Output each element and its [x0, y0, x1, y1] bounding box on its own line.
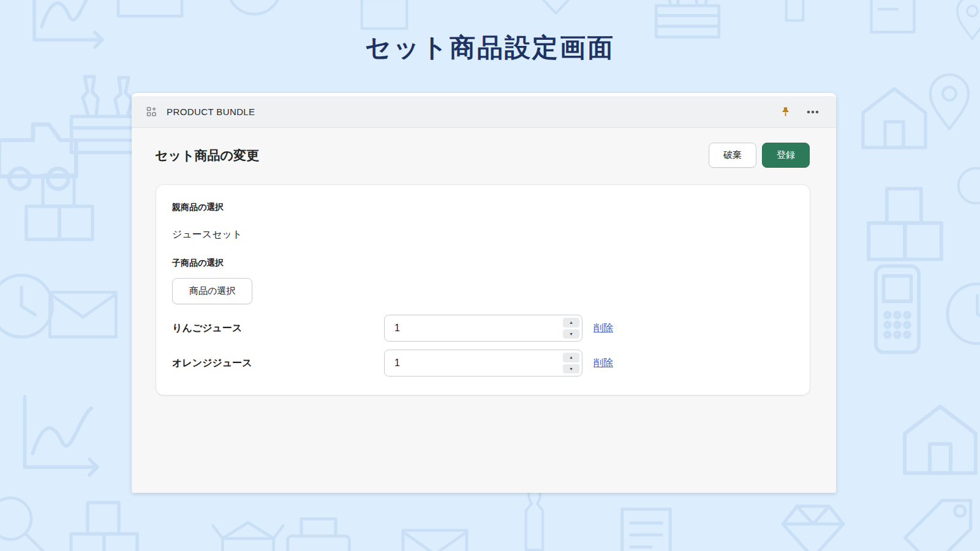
chevron-up-icon[interactable]: ▲: [563, 353, 579, 362]
bg-printer-icon: [276, 505, 361, 551]
apps-plus-icon: [146, 107, 157, 117]
bg-terminal-icon: [848, 260, 946, 358]
bg-bottle-icon: [499, 487, 570, 551]
bg-clock-icon: [936, 272, 980, 355]
child-product-label: 子商品の選択: [172, 258, 794, 269]
bg-envelope-icon: [42, 272, 124, 355]
pushpin-icon[interactable]: [779, 105, 792, 119]
window-header: PRODUCT BUNDLE: [132, 96, 836, 128]
product-row: オレンジジュース ▲ ▼ 削除: [172, 350, 794, 377]
product-row: りんごジュース ▲ ▼ 削除: [172, 315, 794, 342]
bg-location-pin-icon: [913, 64, 980, 138]
chevron-up-icon[interactable]: ▲: [563, 318, 579, 328]
bg-clock-icon: [217, 0, 291, 24]
bg-cubes-icon: [58, 490, 150, 551]
bg-chart-icon: [11, 389, 109, 487]
chevron-down-icon[interactable]: ▼: [563, 364, 579, 374]
parent-product-label: 親商品の選択: [172, 202, 794, 213]
quantity-field: ▲ ▼: [384, 315, 582, 342]
bg-tag-icon: [894, 490, 980, 551]
select-product-button[interactable]: 商品の選択: [172, 278, 252, 304]
product-name: りんごジュース: [172, 322, 384, 335]
submit-button[interactable]: 登録: [762, 143, 810, 168]
quantity-stepper: ▲ ▼: [563, 318, 579, 339]
quantity-input[interactable]: [384, 350, 582, 377]
bg-diamond-icon: [769, 487, 858, 551]
toolbar: セット商品の変更 破棄 登録: [132, 128, 836, 168]
bg-magnifier-icon: [946, 156, 980, 223]
ellipsis-icon[interactable]: [805, 108, 820, 116]
product-name: オレンジジュース: [172, 357, 384, 370]
parent-product-value: ジュースセット: [172, 228, 794, 241]
discard-button[interactable]: 破棄: [709, 143, 756, 168]
bg-envelope-icon: [395, 511, 475, 551]
delete-link[interactable]: 削除: [594, 357, 613, 370]
quantity-field: ▲ ▼: [384, 350, 582, 377]
delete-link[interactable]: 削除: [594, 322, 613, 335]
page-title: セット商品設定画面: [0, 31, 980, 65]
form-panel: 親商品の選択 ジュースセット 子商品の選択 商品の選択 りんごジュース ▲ ▼ …: [156, 185, 810, 395]
bg-magnifier-icon: [0, 484, 55, 551]
bg-document-icon: [603, 499, 689, 551]
bg-bottle-icon: [760, 0, 830, 28]
chevron-down-icon[interactable]: ▼: [563, 329, 579, 339]
bg-envelope-icon: [110, 0, 190, 34]
quantity-stepper: ▲ ▼: [563, 353, 579, 373]
section-title: セット商品の変更: [155, 147, 259, 164]
bg-cubes-icon: [13, 162, 105, 254]
app-window: PRODUCT BUNDLE セット商品の変更 破棄 登録: [132, 93, 836, 493]
bg-house-icon: [888, 386, 980, 490]
quantity-input[interactable]: [384, 315, 582, 342]
app-title: PRODUCT BUNDLE: [167, 107, 255, 117]
